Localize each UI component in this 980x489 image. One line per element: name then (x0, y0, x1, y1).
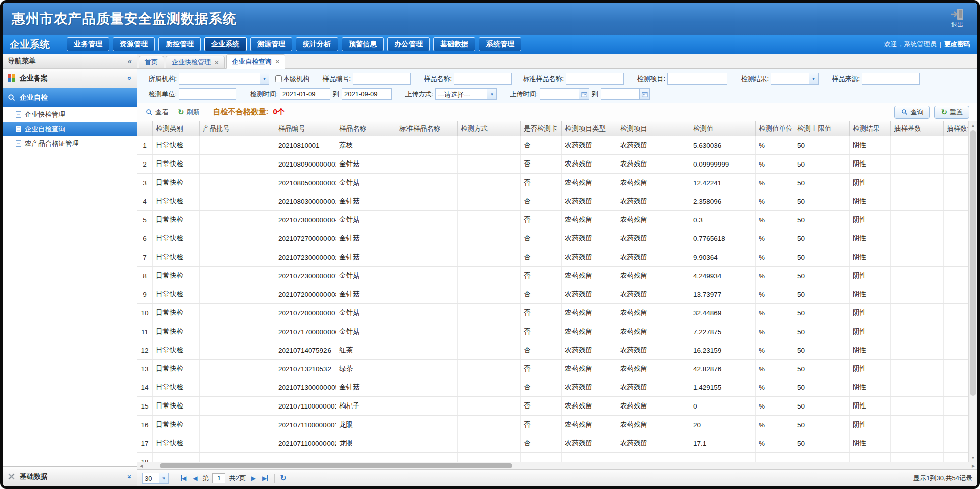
table-row[interactable]: 9日常快检2021072000000008金针菇否农药残留农药残留13.7397… (137, 285, 968, 304)
scroll-down-icon[interactable]: ▼ (969, 454, 977, 462)
nav-menu-item[interactable]: 企业系统 (204, 37, 247, 51)
nav-menu-item[interactable]: 系统管理 (479, 37, 521, 51)
vertical-scroll-thumb[interactable] (970, 130, 976, 396)
dropdown-arrow-icon[interactable]: ▾ (487, 89, 496, 99)
sidebar-collapse-icon[interactable]: « (128, 57, 132, 65)
nav-menu-item[interactable]: 业务管理 (67, 37, 109, 51)
upload-time-from-input[interactable] (540, 89, 579, 99)
table-row[interactable]: 12日常快检20210714075926红茶否农药残留农药残留16.23159%… (137, 341, 968, 360)
table-row[interactable]: 16日常快检2021071100000001龙眼否农药残留农药残留20%50阴性 (137, 416, 968, 434)
column-header[interactable]: 检测类别 (153, 121, 200, 136)
sidebar-group-base-data[interactable]: 基础数据 » (3, 466, 137, 486)
tab-1[interactable]: 企业快检管理× (166, 56, 225, 69)
sidebar-subitem[interactable]: 企业自检查询 (3, 122, 137, 136)
sidebar-subitem[interactable]: 企业快检管理 (3, 107, 137, 122)
table-row[interactable]: 8日常快检2021072300000001金针菇否农药残留农药残留4.24993… (137, 267, 968, 285)
column-header[interactable]: 检测方式 (458, 121, 521, 136)
tab-close-icon[interactable]: × (276, 58, 280, 65)
column-header[interactable]: 标准样品名称 (396, 121, 458, 136)
logout-button[interactable]: 退出 (950, 8, 968, 29)
nav-menu-item[interactable]: 溯源管理 (250, 37, 292, 51)
table-row[interactable]: 7日常快检2021072300000002金针菇否农药残留农药残留9.90364… (137, 248, 968, 267)
view-button[interactable]: 查看 (142, 106, 172, 118)
prev-page-button[interactable]: ◀ (191, 474, 199, 483)
column-header[interactable]: 产品批号 (200, 121, 275, 136)
horizontal-scrollbar[interactable]: ◀ ▶ (137, 462, 977, 469)
std-sample-name-input[interactable] (566, 73, 624, 85)
upload-time-to-input[interactable] (601, 89, 639, 99)
test-result-select[interactable]: ▾ (771, 73, 819, 85)
column-header[interactable]: 检测结果 (850, 121, 891, 136)
scroll-up-icon[interactable]: ▲ (969, 121, 977, 129)
column-header[interactable]: 抽样数量 (944, 121, 968, 136)
table-row[interactable]: 13日常快检20210713210532绿茶否农药残留农药残留42.82876%… (137, 360, 968, 378)
query-button[interactable]: 查询 (894, 106, 930, 119)
reset-button[interactable]: ↻ 重置 (934, 106, 969, 119)
upload-time-to-datebox[interactable] (601, 88, 650, 100)
refresh-button[interactable]: ↻ 刷新 (174, 106, 203, 118)
upload-time-from-datebox[interactable] (540, 88, 589, 100)
page-number-input[interactable] (212, 473, 225, 483)
sample-source-input[interactable] (862, 73, 920, 85)
table-row[interactable]: 18 (137, 453, 968, 462)
column-header[interactable]: 抽样基数 (891, 121, 944, 136)
calendar-icon[interactable] (579, 89, 589, 99)
table-row[interactable]: 11日常快检2021071700000006金针菇否农药残留农药残留7.2278… (137, 322, 968, 341)
test-time-to-input[interactable] (342, 88, 392, 100)
test-item-input[interactable] (667, 73, 727, 85)
fail-count-value[interactable]: 0个 (273, 107, 285, 117)
column-header[interactable]: 检测值单位 (756, 121, 794, 136)
horizontal-scroll-thumb[interactable] (160, 463, 512, 468)
calendar-icon[interactable] (639, 89, 649, 99)
table-row[interactable]: 4日常快检2021080300000001金针菇否农药残留农药残留2.35809… (137, 192, 968, 211)
last-page-button[interactable]: ▶ (261, 474, 269, 483)
local-org-checkbox[interactable] (275, 75, 282, 82)
table-row[interactable]: 15日常快检2021071100000001枸杞子否农药残留农药残留0%50阴性 (137, 397, 968, 416)
column-header[interactable]: 检测项目 (617, 121, 690, 136)
nav-menu-item[interactable]: 基础数据 (433, 37, 475, 51)
table-row[interactable]: 1日常快检20210810001荔枝否农药残留农药残留5.630036%50阴性 (137, 136, 968, 155)
tab-close-icon[interactable]: × (215, 59, 219, 66)
nav-menu-item[interactable]: 资源管理 (113, 37, 155, 51)
scroll-left-icon[interactable]: ◀ (137, 462, 145, 469)
test-unit-input[interactable] (179, 88, 236, 100)
next-page-button[interactable]: ▶ (250, 474, 257, 483)
scroll-right-icon[interactable]: ▶ (969, 462, 977, 469)
nav-menu-item[interactable]: 质控管理 (158, 37, 201, 51)
upload-method-select[interactable]: ---请选择--- ▾ (435, 88, 497, 100)
change-password-link[interactable]: 更改密码 (944, 40, 970, 49)
nav-menu-item[interactable]: 统计分析 (296, 37, 338, 51)
dropdown-arrow-icon[interactable]: ▾ (159, 473, 168, 483)
table-row[interactable]: 10日常快检2021072000000007金针菇否农药残留农药残留32.448… (137, 304, 968, 322)
column-header-rownum[interactable] (137, 121, 153, 136)
first-page-button[interactable]: ◀ (179, 474, 188, 483)
column-header[interactable]: 是否检测卡 (521, 121, 562, 136)
table-row[interactable]: 2日常快检2021080900000001金针菇否农药残留农药残留0.09999… (137, 155, 968, 174)
vertical-scrollbar[interactable]: ▲ ▼ (968, 121, 977, 462)
sidebar-group-self-check[interactable]: 企业自检 (3, 88, 137, 107)
table-row[interactable]: 3日常快检2021080500000002金针菇否农药残留农药残留12.4224… (137, 174, 968, 192)
expand-chevron-icon[interactable]: » (126, 475, 134, 479)
column-header[interactable]: 样品编号 (275, 121, 336, 136)
column-header[interactable]: 检测上限值 (794, 121, 850, 136)
nav-menu-item[interactable]: 办公管理 (387, 37, 430, 51)
tab-0[interactable]: 首页 (139, 56, 164, 69)
table-row[interactable]: 5日常快检2021073000000004金针菇否农药残留农药残留0.3%50阴… (137, 211, 968, 229)
page-size-select[interactable]: 30 ▾ (142, 473, 169, 484)
dropdown-arrow-icon[interactable]: ▾ (260, 73, 269, 84)
test-time-from-input[interactable] (280, 88, 330, 100)
sidebar-group-company-record[interactable]: 企业备案 » (3, 69, 137, 88)
table-row[interactable]: 17日常快检2021071100000002龙眼否农药残留农药残留17.1%50… (137, 434, 968, 453)
table-row[interactable]: 6日常快检2021072700000003金针菇否农药残留农药残留0.77656… (137, 229, 968, 248)
table-row[interactable]: 14日常快检2021071300000005金针菇否农药残留农药残留1.4291… (137, 378, 968, 397)
expand-chevron-icon[interactable]: » (126, 76, 134, 80)
column-header[interactable]: 检测项目类型 (562, 121, 617, 136)
sample-name-input[interactable] (454, 73, 512, 85)
column-header[interactable]: 检测值 (690, 121, 756, 136)
pagination-refresh-icon[interactable]: ↻ (280, 473, 286, 483)
tab-2[interactable]: 企业自检查询× (226, 54, 286, 69)
column-header[interactable]: 样品名称 (336, 121, 396, 136)
org-select[interactable]: ▾ (179, 73, 269, 85)
dropdown-arrow-icon[interactable]: ▾ (809, 73, 818, 84)
sample-no-input[interactable] (353, 73, 411, 85)
